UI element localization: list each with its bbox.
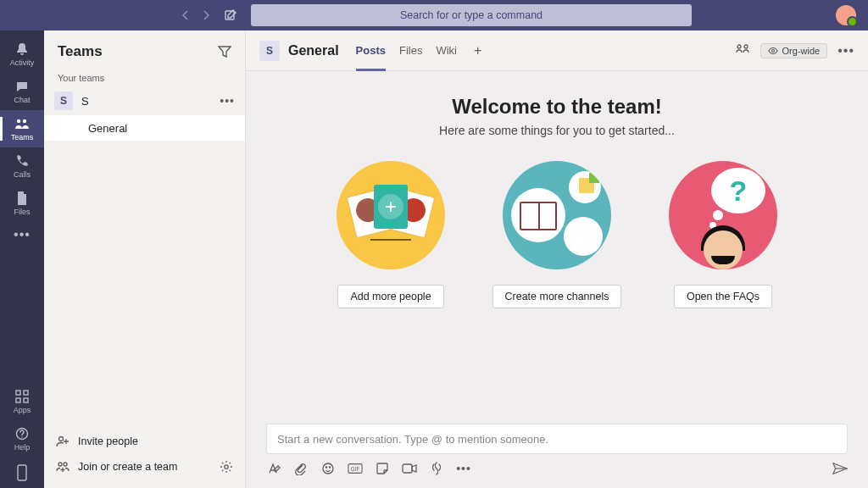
svg-point-2 xyxy=(23,119,26,123)
rail-label: Calls xyxy=(14,170,31,179)
join-label: Join or create a team xyxy=(78,461,177,473)
invite-people-button[interactable]: Invite people xyxy=(56,429,233,454)
svg-point-18 xyxy=(329,467,330,468)
new-chat-button[interactable] xyxy=(222,7,239,24)
compose-placeholder: Start a new conversation. Type @ to ment… xyxy=(277,433,548,446)
tab-wiki[interactable]: Wiki xyxy=(436,30,457,70)
faqs-illustration: ? xyxy=(669,161,777,269)
rail-teams[interactable]: Teams xyxy=(0,110,44,147)
attach-button[interactable] xyxy=(293,461,309,476)
rail-chat[interactable]: Chat xyxy=(0,73,44,110)
rail-apps[interactable]: Apps xyxy=(0,383,44,420)
join-team-icon xyxy=(56,460,70,474)
channel-team-tile: S xyxy=(259,41,280,61)
help-icon xyxy=(14,426,30,441)
format-button[interactable] xyxy=(266,461,281,476)
search-input[interactable]: Search for or type a command xyxy=(251,4,692,26)
team-name: S xyxy=(81,95,211,108)
gif-button[interactable]: GIF xyxy=(348,461,363,476)
tab-files[interactable]: Files xyxy=(399,30,422,70)
welcome-card-create-channels: Create more channels xyxy=(489,161,625,308)
svg-rect-21 xyxy=(403,464,412,473)
compose-more-button[interactable]: ••• xyxy=(456,461,471,476)
rail-label: Teams xyxy=(11,133,34,141)
create-more-channels-button[interactable]: Create more channels xyxy=(492,285,622,308)
rail-activity[interactable]: Activity xyxy=(0,36,44,73)
phone-icon xyxy=(14,153,30,169)
channel-content: Welcome to the team! Here are some thing… xyxy=(246,71,868,415)
welcome-title: Welcome to the team! xyxy=(263,95,851,119)
profile-avatar[interactable] xyxy=(836,5,856,25)
team-more-button[interactable]: ••• xyxy=(220,94,235,108)
rail-more-button[interactable]: ••• xyxy=(14,227,31,242)
device-icon xyxy=(14,465,30,480)
welcome-card-add-people: Add more people xyxy=(323,161,459,308)
meet-now-button[interactable] xyxy=(402,461,417,476)
welcome-subtitle: Here are some things for you to get star… xyxy=(263,124,851,137)
rail-calls[interactable]: Calls xyxy=(0,147,44,185)
rail-label: Apps xyxy=(14,406,31,414)
join-create-team-button[interactable]: Join or create a team xyxy=(56,454,233,480)
rail-help[interactable]: Help xyxy=(0,420,44,458)
teams-icon xyxy=(14,116,30,131)
manage-teams-button[interactable] xyxy=(220,460,233,474)
svg-point-1 xyxy=(17,119,20,123)
invite-label: Invite people xyxy=(78,435,138,447)
svg-text:GIF: GIF xyxy=(351,466,360,472)
svg-point-13 xyxy=(737,45,741,48)
open-faqs-button[interactable]: Open the FAQs xyxy=(674,285,772,308)
scope-badge[interactable]: Org-wide xyxy=(760,43,828,58)
add-people-illustration xyxy=(337,161,445,269)
title-bar: Search for or type a command xyxy=(0,0,868,30)
channel-title: General xyxy=(288,43,339,58)
welcome-card-faqs: ? Open the FAQs xyxy=(655,161,791,308)
svg-rect-3 xyxy=(16,391,20,395)
scope-label: Org-wide xyxy=(782,46,821,56)
add-tab-button[interactable]: + xyxy=(470,43,485,58)
svg-point-15 xyxy=(771,49,774,52)
stream-button[interactable] xyxy=(429,461,444,476)
nav-back-button[interactable] xyxy=(178,8,193,23)
rail-label: Chat xyxy=(14,96,30,104)
svg-point-17 xyxy=(326,467,326,468)
channel-main: S General Posts Files Wiki + Org-wide ••… xyxy=(246,30,868,488)
rail-files[interactable]: Files xyxy=(0,185,44,222)
file-icon xyxy=(14,191,30,206)
team-tile: S xyxy=(54,92,73,110)
tab-posts[interactable]: Posts xyxy=(356,30,386,70)
svg-rect-6 xyxy=(24,398,28,402)
svg-point-12 xyxy=(225,465,228,469)
compose-input[interactable]: Start a new conversation. Type @ to ment… xyxy=(266,424,848,454)
rail-device-button[interactable] xyxy=(0,458,44,488)
bell-icon xyxy=(14,42,30,57)
add-more-people-button[interactable]: Add more people xyxy=(337,285,443,308)
sticker-button[interactable] xyxy=(375,461,390,476)
teams-list-panel: Teams Your teams S S ••• General Invite … xyxy=(44,30,246,488)
emoji-button[interactable] xyxy=(320,461,336,476)
svg-point-9 xyxy=(59,437,64,441)
channel-more-button[interactable]: ••• xyxy=(837,43,854,58)
org-chart-button[interactable] xyxy=(735,43,750,58)
svg-rect-4 xyxy=(24,391,28,395)
svg-point-14 xyxy=(744,45,748,48)
rail-label: Help xyxy=(14,443,31,452)
invite-icon xyxy=(56,435,70,448)
send-button[interactable] xyxy=(832,461,848,476)
svg-point-16 xyxy=(323,463,333,474)
svg-rect-5 xyxy=(16,398,20,402)
panel-title: Teams xyxy=(58,43,103,60)
channel-name: General xyxy=(88,122,127,135)
create-channels-illustration xyxy=(503,161,611,269)
svg-point-11 xyxy=(64,463,67,466)
rail-label: Activity xyxy=(10,58,35,67)
chat-icon xyxy=(14,79,30,94)
app-rail: Activity Chat Teams Calls Files ••• xyxy=(0,30,44,488)
svg-rect-8 xyxy=(18,465,26,480)
team-row[interactable]: S S ••• xyxy=(44,86,245,115)
channel-row[interactable]: General xyxy=(44,115,245,141)
nav-forward-button[interactable] xyxy=(198,8,214,23)
filter-button[interactable] xyxy=(218,45,231,58)
composer: Start a new conversation. Type @ to ment… xyxy=(246,415,868,488)
section-label: Your teams xyxy=(44,73,245,86)
channel-header: S General Posts Files Wiki + Org-wide ••… xyxy=(246,30,868,71)
